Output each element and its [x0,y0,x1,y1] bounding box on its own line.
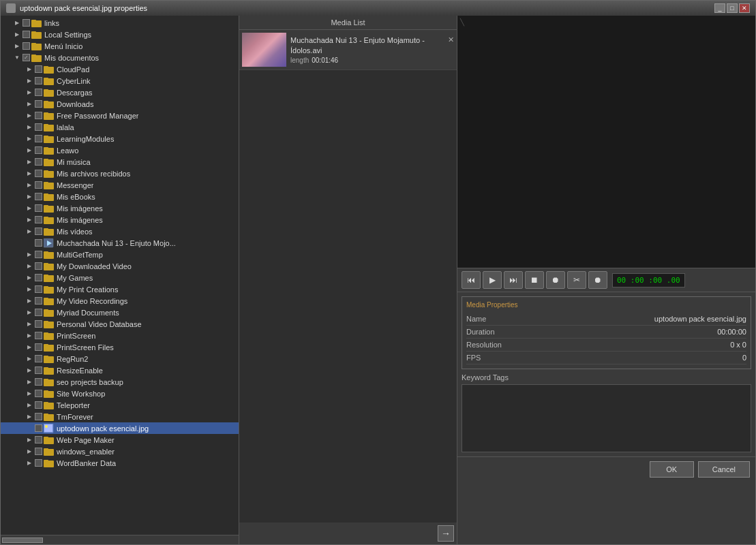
close-button[interactable]: ✕ [739,3,750,13]
tree-item-free-password-manager[interactable]: ▶ Free Password Manager [1,110,239,121]
checkbox-free-password-manager[interactable] [35,112,42,119]
checkbox-muchachada[interactable] [35,239,42,247]
tree-item-mis-archivos-recibidos[interactable]: ▶ Mis archivos recibidos [1,168,239,179]
tree-item-multigettemp[interactable]: ▶ MultiGetTemp [1,249,239,260]
svg-rect-45 [44,275,48,277]
checkbox-messenger[interactable] [35,181,42,189]
tree-item-printscreen-files[interactable]: ▶ PrintScreen Files [1,341,239,353]
checkbox-my-games[interactable] [35,274,42,281]
tree-item-muchachada[interactable]: Muchachada Nui 13 - Enjuto Mojo... [1,237,239,249]
checkbox-resizeenable[interactable] [35,367,42,374]
media-close-button[interactable]: ✕ [448,35,454,44]
fast-forward-button[interactable]: ⏭ [504,271,523,289]
tree-item-web-page-maker[interactable]: ▶ Web Page Maker [1,434,239,446]
play-button[interactable]: ▶ [483,271,502,289]
checkbox-web-page-maker[interactable] [35,436,42,443]
rewind-button[interactable]: ⏮ [462,271,481,289]
tree-item-resizeenable[interactable]: ▶ ResizeEnable [1,364,239,376]
checkbox-lalala[interactable] [35,123,42,131]
checkbox-regrun2[interactable] [35,355,42,362]
tree-item-local-settings[interactable]: ▶ Local Settings [1,29,239,40]
checkbox-mis-ebooks[interactable] [35,193,42,200]
tree-item-mis-imagenes-1[interactable]: ▶ Mis imágenes [1,202,239,214]
checkbox-wordbanker-data[interactable] [35,459,42,467]
keyword-tags-box[interactable] [462,384,751,452]
tree-item-wordbanker-data[interactable]: ▶ WordBanker Data [1,457,239,469]
folder-icon-regrun2 [44,354,55,363]
tree-item-my-downloaded-video[interactable]: ▶ My Downloaded Video [1,260,239,272]
checkbox-myriad-documents[interactable] [35,309,42,316]
tree-item-tmforever[interactable]: ▶ TmForever [1,411,239,422]
svg-rect-23 [44,147,48,149]
cut-button[interactable]: ✂ [567,271,586,289]
checkbox-mi-musica[interactable] [35,158,42,166]
checkbox-mis-imagenes-2[interactable] [35,216,42,223]
checkbox-uptodown-pack[interactable] [35,424,42,432]
checkbox-descargas[interactable] [35,89,42,96]
checkbox-printscreen-files[interactable] [35,343,42,351]
checkbox-local-settings[interactable] [22,31,30,38]
checkbox-multigettemp[interactable] [35,251,42,258]
checkbox-downloads[interactable] [35,100,42,108]
checkbox-my-downloaded-video[interactable] [35,262,42,270]
checkbox-site-workshop[interactable] [35,390,42,397]
checkbox-menu-inicio[interactable] [22,42,30,50]
tree-item-links[interactable]: ▶ links [1,17,239,29]
tree-item-my-games[interactable]: ▶ My Games [1,272,239,283]
tree-item-my-print-creations[interactable]: ▶ My Print Creations [1,283,239,295]
checkbox-teleporter[interactable] [35,401,42,409]
tree-item-personal-video-database[interactable]: ▶ Personal Video Database [1,318,239,330]
tree-item-menu-inicio[interactable]: ▶ Menú Inicio [1,40,239,52]
tree-item-cloudpad[interactable]: ▶ CloudPad [1,63,239,75]
ok-button[interactable]: OK [650,461,694,478]
tree-item-descargas[interactable]: ▶ Descargas [1,87,239,98]
tree-item-lalala[interactable]: ▶ lalala [1,121,239,133]
checkbox-mis-archivos-recibidos[interactable] [35,170,42,177]
mark-button[interactable]: ⏺ [588,271,607,289]
tree-item-cyberlink[interactable]: ▶ CyberLink [1,75,239,87]
tree-item-leawo[interactable]: ▶ Leawo [1,144,239,156]
cancel-button[interactable]: Cancel [698,461,750,478]
minimize-button[interactable]: _ [714,3,725,13]
checkbox-leawo[interactable] [35,146,42,154]
tree-item-learningmodules[interactable]: ▶ LearningModules [1,133,239,144]
checkbox-cyberlink[interactable] [35,77,42,84]
checkbox-mis-documentos[interactable]: ✓ [22,54,30,61]
checkbox-personal-video-database[interactable] [35,320,42,328]
tree-label-menu-inicio: Menú Inicio [44,42,82,50]
tree-item-my-video-recordings[interactable]: ▶ My Video Recordings [1,295,239,307]
checkbox-windows-enabler[interactable] [35,448,42,455]
checkbox-mis-videos[interactable] [35,228,42,235]
tree-item-teleporter[interactable]: ▶ Teleporter [1,399,239,411]
tree-item-mi-musica[interactable]: ▶ Mi música [1,156,239,168]
tree-item-mis-ebooks[interactable]: ▶ Mis eBooks [1,191,239,202]
checkbox-learningmodules[interactable] [35,135,42,142]
tree-item-printscreen[interactable]: ▶ PrintScreen [1,330,239,341]
checkbox-printscreen[interactable] [35,332,42,339]
tree-item-site-workshop[interactable]: ▶ Site Workshop [1,388,239,399]
checkbox-tmforever[interactable] [35,413,42,420]
window-title: uptodown pack esencial.jpg properties [20,4,147,12]
tree-item-regrun2[interactable]: ▶ RegRun2 [1,353,239,364]
checkbox-my-print-creations[interactable] [35,285,42,293]
checkbox-links[interactable] [22,19,30,27]
maximize-button[interactable]: □ [727,3,738,13]
tree-item-downloads[interactable]: ▶ Downloads [1,98,239,110]
tree-item-mis-documentos[interactable]: ▼✓ Mis documentos [1,52,239,63]
tree-item-messenger[interactable]: ▶ Messenger [1,179,239,191]
checkbox-cloudpad[interactable] [35,65,42,73]
tree-item-mis-imagenes-2[interactable]: ▶ Mis imágenes [1,214,239,225]
tree-item-myriad-documents[interactable]: ▶ Myriad Documents [1,307,239,318]
tree-item-mis-videos[interactable]: ▶ Mis vídeos [1,225,239,237]
tree-item-windows-enabler[interactable]: ▶ windows_enabler [1,446,239,457]
add-media-button[interactable]: → [438,525,454,542]
checkbox-my-video-recordings[interactable] [35,297,42,305]
tree-item-uptodown-pack[interactable]: uptodown pack esencial.jpg [1,422,239,434]
horizontal-scrollbar[interactable] [1,535,239,544]
checkbox-seo-projects-backup[interactable] [35,378,42,386]
checkbox-mis-imagenes-1[interactable] [35,204,42,212]
record-button[interactable]: ⏺ [546,271,565,289]
tree-item-seo-projects-backup[interactable]: ▶ seo projects backup [1,376,239,388]
stop-button[interactable]: ⏹ [525,271,544,289]
file-tree-scroll[interactable]: ▶ links▶ Local Settings▶ Menú Inicio▼✓ M… [1,16,239,535]
